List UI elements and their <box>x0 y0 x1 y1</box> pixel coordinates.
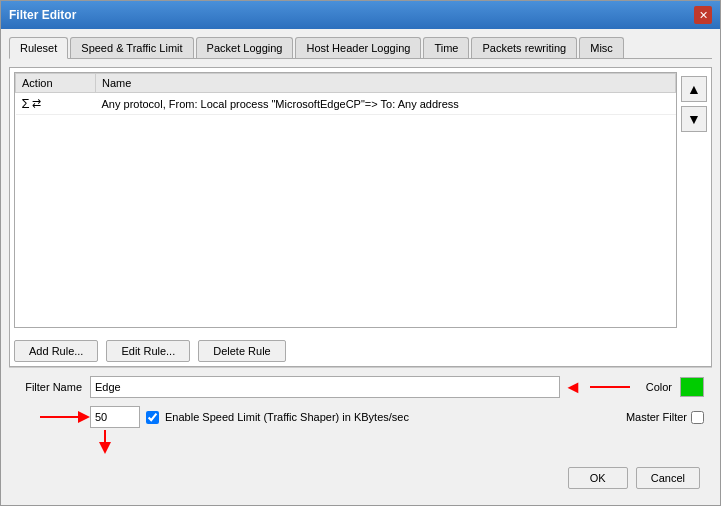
color-label: Color <box>646 381 672 393</box>
tab-ruleset[interactable]: Ruleset <box>9 37 68 59</box>
filter-name-input[interactable] <box>90 376 560 398</box>
side-nav-buttons: ▲ ▼ <box>681 72 707 328</box>
tab-packets-rewriting[interactable]: Packets rewriting <box>471 37 577 58</box>
window-title: Filter Editor <box>9 8 76 22</box>
master-filter-checkbox[interactable] <box>691 411 704 424</box>
down-arrow-container <box>17 430 704 457</box>
rules-table: Action Name Σ ⇄ <box>15 73 676 115</box>
tab-time[interactable]: Time <box>423 37 469 58</box>
cancel-button[interactable]: Cancel <box>636 467 700 489</box>
filter-editor-window: Filter Editor ✕ Ruleset Speed & Traffic … <box>0 0 721 506</box>
tab-speed-traffic[interactable]: Speed & Traffic Limit <box>70 37 193 58</box>
enable-speed-checkbox[interactable] <box>146 411 159 424</box>
move-up-button[interactable]: ▲ <box>681 76 707 102</box>
col-name: Name <box>96 74 676 93</box>
tab-misc[interactable]: Misc <box>579 37 624 58</box>
speed-section: Enable Speed Limit (Traffic Shaper) in K… <box>17 406 704 457</box>
tab-bar: Ruleset Speed & Traffic Limit Packet Log… <box>9 37 712 59</box>
ok-button[interactable]: OK <box>568 467 628 489</box>
col-action: Action <box>16 74 96 93</box>
tab-content-area: Action Name Σ ⇄ <box>9 67 712 367</box>
rules-table-container: Action Name Σ ⇄ <box>14 72 677 328</box>
master-filter-label: Master Filter <box>626 411 687 423</box>
main-content: Ruleset Speed & Traffic Limit Packet Log… <box>1 29 720 505</box>
rule-action-buttons: Add Rule... Edit Rule... Delete Rule <box>10 332 711 366</box>
down-icon: ▼ <box>687 111 701 127</box>
filter-name-label: Filter Name <box>17 381 82 393</box>
master-filter-area: Master Filter <box>626 411 704 424</box>
action-icons: Σ ⇄ <box>22 96 90 111</box>
edit-rule-button[interactable]: Edit Rule... <box>106 340 190 362</box>
color-picker-button[interactable] <box>680 377 704 397</box>
ok-cancel-row: OK Cancel <box>17 467 704 489</box>
move-down-button[interactable]: ▼ <box>681 106 707 132</box>
bottom-panel: Filter Name ◄ Color <box>9 367 712 497</box>
table-row[interactable]: Σ ⇄ Any protocol, From: Local process "M… <box>16 93 676 115</box>
annotation-line <box>590 386 630 388</box>
close-button[interactable]: ✕ <box>694 6 712 24</box>
down-arrow-annotation <box>90 430 120 454</box>
name-cell: Any protocol, From: Local process "Micro… <box>96 93 676 115</box>
ruleset-panel: Action Name Σ ⇄ <box>10 68 711 332</box>
tab-packet-logging[interactable]: Packet Logging <box>196 37 294 58</box>
title-bar: Filter Editor ✕ <box>1 1 720 29</box>
action-cell: Σ ⇄ <box>16 93 96 115</box>
arrow-annotation-right: ◄ <box>564 377 582 398</box>
tab-host-header[interactable]: Host Header Logging <box>295 37 421 58</box>
sigma-icon: Σ <box>22 96 30 111</box>
up-icon: ▲ <box>687 81 701 97</box>
delete-rule-button[interactable]: Delete Rule <box>198 340 285 362</box>
enable-speed-label: Enable Speed Limit (Traffic Shaper) in K… <box>165 411 409 423</box>
speed-value-input[interactable] <box>90 406 140 428</box>
transfer-icon: ⇄ <box>32 97 41 110</box>
filter-name-row: Filter Name ◄ Color <box>17 376 704 398</box>
close-icon: ✕ <box>699 9 708 22</box>
red-arrow-annotation <box>40 407 90 427</box>
add-rule-button[interactable]: Add Rule... <box>14 340 98 362</box>
